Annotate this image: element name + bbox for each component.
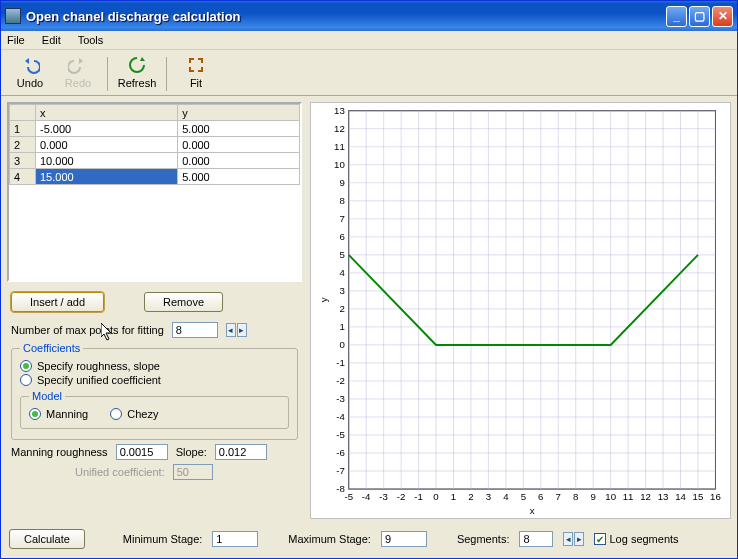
svg-text:x: x [530,505,535,516]
fit-icon [185,54,207,76]
radio-dot-icon [20,360,32,372]
toolbar-separator-2 [166,57,167,91]
maximize-button[interactable]: ▢ [689,6,710,27]
fitting-label: Number of max points for fitting [11,324,164,336]
segments-label: Segments: [457,533,510,545]
spin-left-icon[interactable]: ◂ [226,323,236,337]
radio-dot-icon [20,374,32,386]
coefficients-legend: Coefficients [20,342,83,354]
table-row[interactable]: 310.0000.000 [10,153,300,169]
log-segments-label: Log segments [609,533,678,545]
svg-text:5: 5 [521,491,526,502]
table-row[interactable]: 415.0005.000 [10,169,300,185]
chart-area[interactable]: -5-4-3-2-1012345678910111213141516-8-7-6… [310,102,731,519]
remove-button[interactable]: Remove [144,292,223,312]
svg-text:7: 7 [556,491,561,502]
toolbar-separator [107,57,108,91]
minstage-input[interactable] [212,531,258,547]
svg-text:1: 1 [451,491,456,502]
svg-text:11: 11 [623,491,634,502]
cell-y[interactable]: 5.000 [178,169,300,185]
svg-text:10: 10 [605,491,616,502]
cell-x[interactable]: -5.000 [36,121,178,137]
svg-text:4: 4 [503,491,509,502]
minimize-button[interactable]: _ [666,6,687,27]
row-number[interactable]: 2 [10,137,36,153]
cell-x[interactable]: 0.000 [36,137,178,153]
app-icon [5,8,21,24]
menu-file[interactable]: File [7,34,25,46]
radio-manning-label: Manning [46,408,88,420]
undo-label: Undo [17,77,43,89]
svg-text:8: 8 [339,195,344,206]
menu-edit[interactable]: Edit [42,34,61,46]
table-row[interactable]: 1-5.0005.000 [10,121,300,137]
radio-chezy[interactable]: Chezy [110,408,158,420]
segments-spinner[interactable]: ◂▸ [563,532,584,546]
refresh-icon [126,54,148,76]
close-button[interactable]: ✕ [712,6,733,27]
refresh-button[interactable]: Refresh [114,52,160,91]
svg-text:6: 6 [538,491,543,502]
maxstage-input[interactable] [381,531,427,547]
svg-text:9: 9 [591,491,596,502]
maxstage-label: Maximum Stage: [288,533,371,545]
cell-y[interactable]: 5.000 [178,121,300,137]
refresh-label: Refresh [118,77,157,89]
svg-text:-3: -3 [336,393,345,404]
calculate-button[interactable]: Calculate [9,529,85,549]
row-number[interactable]: 4 [10,169,36,185]
svg-text:11: 11 [334,141,345,152]
svg-text:-5: -5 [336,429,345,440]
svg-text:13: 13 [658,491,669,502]
svg-text:y: y [318,297,329,302]
undo-button[interactable]: Undo [7,52,53,91]
radio-unified-coefficient[interactable]: Specify unified coefficient [20,374,289,386]
svg-text:16: 16 [710,491,721,502]
slope-input[interactable] [215,444,267,460]
cell-y[interactable]: 0.000 [178,137,300,153]
spin-right-icon[interactable]: ▸ [574,532,584,546]
cell-x[interactable]: 10.000 [36,153,178,169]
svg-text:12: 12 [334,123,345,134]
row-number[interactable]: 1 [10,121,36,137]
checkmark-icon: ✔ [594,533,606,545]
radio-chezy-label: Chezy [127,408,158,420]
col-header-y[interactable]: y [178,105,300,121]
radio-specify-label: Specify roughness, slope [37,360,160,372]
svg-text:-3: -3 [379,491,388,502]
insert-add-button[interactable]: Insert / add [11,292,104,312]
svg-text:-8: -8 [336,483,345,494]
log-segments-checkbox[interactable]: ✔ Log segments [594,533,678,545]
cell-x[interactable]: 15.000 [36,169,178,185]
row-number[interactable]: 3 [10,153,36,169]
fit-button[interactable]: Fit [173,52,219,91]
fitting-spinner[interactable]: ◂▸ [226,323,247,337]
svg-text:5: 5 [339,249,344,260]
fitting-points-input[interactable] [172,322,218,338]
roughness-input[interactable] [116,444,168,460]
svg-text:0: 0 [339,339,344,350]
unified-coeff-input [173,464,213,480]
unified-coeff-label: Unified coefficient: [75,466,165,478]
spin-right-icon[interactable]: ▸ [237,323,247,337]
svg-text:-2: -2 [397,491,406,502]
svg-text:3: 3 [339,285,344,296]
spin-left-icon[interactable]: ◂ [563,532,573,546]
points-table[interactable]: x y 1-5.0005.00020.0000.000310.0000.0004… [7,102,302,282]
segments-input[interactable] [519,531,553,547]
menu-tools[interactable]: Tools [78,34,104,46]
cell-y[interactable]: 0.000 [178,153,300,169]
undo-icon [19,54,41,76]
svg-text:-7: -7 [336,465,345,476]
radio-dot-icon [110,408,122,420]
radio-manning[interactable]: Manning [29,408,88,420]
svg-text:3: 3 [486,491,491,502]
coefficients-group: Coefficients Specify roughness, slope Sp… [11,342,298,440]
minstage-label: Minimum Stage: [123,533,202,545]
col-header-x[interactable]: x [36,105,178,121]
radio-specify-roughness[interactable]: Specify roughness, slope [20,360,289,372]
fit-label: Fit [190,77,202,89]
redo-icon [67,54,89,76]
table-row[interactable]: 20.0000.000 [10,137,300,153]
